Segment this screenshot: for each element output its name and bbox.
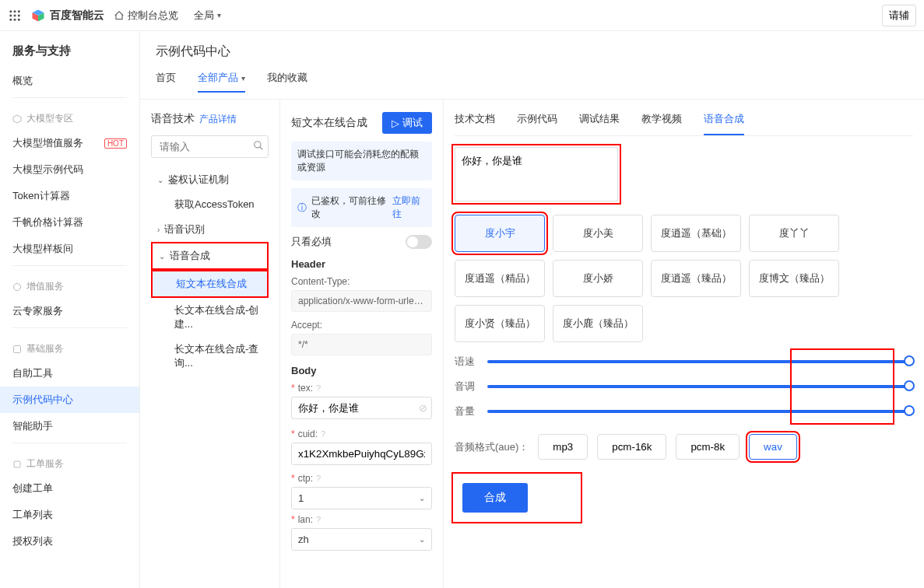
- main-tabs: 首页 全部产品▾ 我的收藏: [140, 66, 924, 100]
- panel-title: 短文本在线合成: [291, 116, 367, 130]
- synthesize-button[interactable]: 合成: [462, 483, 528, 513]
- tab-home[interactable]: 首页: [156, 66, 176, 93]
- sidebar-item-vas[interactable]: 大模型增值服务HOT: [0, 130, 139, 156]
- sidebar-item-ticket-create[interactable]: 创建工单: [0, 475, 139, 502]
- content-type-value: application/x-www-form-urlencoded: [291, 290, 432, 312]
- sidebar-item-assistant[interactable]: 智能助手: [0, 413, 139, 439]
- body-section: Body: [291, 365, 432, 376]
- play-icon: ▷: [392, 117, 399, 129]
- tree-node-tts[interactable]: ⌄语音合成: [153, 243, 267, 268]
- brand-text: 百度智能云: [50, 9, 104, 23]
- sidebar-item-overview[interactable]: 概览: [0, 68, 139, 94]
- console-link[interactable]: 控制台总览: [114, 9, 178, 23]
- sidebar-item-pricing[interactable]: 千帆价格计算器: [0, 209, 139, 236]
- search-icon[interactable]: [253, 140, 264, 153]
- svg-line-17: [260, 147, 263, 150]
- slider-thumb[interactable]: [904, 355, 915, 366]
- tree-node-auth[interactable]: ⌄鉴权认证机制: [151, 167, 269, 192]
- voice-card-1[interactable]: 度小美: [553, 215, 643, 252]
- svg-point-8: [18, 18, 20, 20]
- auth-link[interactable]: 立即前往: [392, 194, 426, 221]
- scope-selector[interactable]: 全局 ▾: [188, 7, 227, 24]
- svg-point-13: [14, 283, 21, 290]
- sidebar-item-expert[interactable]: 云专家服务: [0, 298, 139, 324]
- format-pcm16k[interactable]: pcm-16k: [597, 434, 666, 460]
- cuid-input[interactable]: [291, 443, 432, 465]
- clear-icon[interactable]: ⊘: [419, 402, 427, 414]
- lan-select[interactable]: zh⌄: [291, 528, 432, 551]
- request-panel: 短文本在线合成 ▷调试 调试接口可能会消耗您的配额或资源 ⓘ 已鉴权，可前往修改…: [280, 100, 444, 588]
- sidebar-item-ticket-auth[interactable]: 授权列表: [0, 528, 139, 555]
- svg-point-3: [9, 14, 12, 16]
- tree-search-input[interactable]: [151, 135, 269, 158]
- only-required-toggle[interactable]: [406, 235, 432, 249]
- voice-card-9[interactable]: 度小鹿（臻品）: [553, 305, 643, 342]
- sliders: 语速 音调 音量: [455, 355, 913, 418]
- sidebar-item-samplecode[interactable]: 大模型示例代码: [0, 156, 139, 183]
- subtab-tts[interactable]: 语音合成: [704, 107, 744, 135]
- format-wav[interactable]: wav: [749, 434, 797, 460]
- slider-speed[interactable]: [487, 360, 913, 363]
- tree-node-asr[interactable]: ›语音识别: [151, 217, 269, 242]
- slider-thumb[interactable]: [904, 380, 915, 391]
- voice-card-7[interactable]: 度博文（臻品）: [749, 260, 839, 297]
- chevron-down-icon: ▾: [241, 74, 245, 82]
- svg-point-16: [255, 142, 261, 148]
- sidebar-item-ticket-list[interactable]: 工单列表: [0, 502, 139, 528]
- tex-input[interactable]: [291, 397, 432, 419]
- subtab-video[interactable]: 教学视频: [641, 107, 682, 135]
- svg-point-1: [14, 10, 16, 12]
- help-icon[interactable]: ?: [316, 383, 321, 393]
- svg-point-0: [9, 10, 12, 12]
- sidebar: 服务与支持 概览 大模型专区 大模型增值服务HOT 大模型示例代码 Token计…: [0, 31, 140, 588]
- sidebar-item-templates[interactable]: 大模型样板间: [0, 236, 139, 262]
- sub-tabs: 技术文档 示例代码 调试结果 教学视频 语音合成: [455, 107, 913, 136]
- format-label: 音频格式(aue)：: [455, 440, 529, 454]
- subtab-sample[interactable]: 示例代码: [517, 107, 557, 135]
- voice-card-3[interactable]: 度丫丫: [749, 215, 839, 252]
- slider-pitch[interactable]: [487, 385, 913, 388]
- sidebar-section-bigmodel: 大模型专区: [0, 101, 139, 130]
- product-detail-link[interactable]: 产品详情: [199, 113, 237, 126]
- apps-icon[interactable]: [8, 9, 22, 23]
- voice-card-5[interactable]: 度小娇: [553, 260, 643, 297]
- subtab-result[interactable]: 调试结果: [579, 107, 620, 135]
- slider-volume[interactable]: [487, 410, 913, 413]
- subtab-docs[interactable]: 技术文档: [455, 107, 495, 135]
- tab-favorites[interactable]: 我的收藏: [267, 66, 307, 93]
- tree-leaf-token[interactable]: 获取AccessToken: [151, 192, 269, 217]
- tab-all-products[interactable]: 全部产品▾: [198, 66, 245, 93]
- format-pcm8k[interactable]: pcm-8k: [676, 434, 740, 460]
- voice-card-0[interactable]: 度小宇: [455, 215, 545, 252]
- product-tree: 语音技术 产品详情 ⌄鉴权认证机制 获取AccessToken ›语音识别 ⌄语…: [140, 100, 280, 588]
- format-mp3[interactable]: mp3: [538, 434, 588, 460]
- tree-leaf-short-tts[interactable]: 短文本在线合成: [153, 271, 267, 296]
- tree-leaf-long-query[interactable]: 长文本在线合成-查询...: [151, 337, 269, 376]
- main: 示例代码中心 首页 全部产品▾ 我的收藏 语音技术 产品详情 ⌄鉴权认证机制 获…: [140, 31, 924, 588]
- sidebar-item-token[interactable]: Token计算器: [0, 183, 139, 209]
- header-section: Header: [291, 258, 432, 270]
- sidebar-item-selftools[interactable]: 自助工具: [0, 360, 139, 387]
- only-required-label: 只看必填: [291, 235, 332, 249]
- help-icon[interactable]: ?: [321, 429, 325, 439]
- tree-leaf-long-create[interactable]: 长文本在线合成-创建...: [151, 298, 269, 337]
- brand-logo[interactable]: 百度智能云: [31, 9, 104, 23]
- hot-badge: HOT: [104, 138, 127, 149]
- top-right-button[interactable]: 请辅: [882, 5, 916, 26]
- voice-card-4[interactable]: 度逍遥（精品）: [455, 260, 545, 297]
- voice-card-2[interactable]: 度逍遥（基础）: [651, 215, 741, 252]
- ctp-select[interactable]: 1⌄: [291, 487, 432, 509]
- sidebar-item-codecenter[interactable]: 示例代码中心: [0, 387, 139, 413]
- help-icon[interactable]: ?: [316, 515, 321, 524]
- voice-card-8[interactable]: 度小贤（臻品）: [455, 305, 545, 342]
- tts-text-input[interactable]: [455, 147, 618, 201]
- voice-card-6[interactable]: 度逍遥（臻品）: [651, 260, 741, 297]
- slider-thumb[interactable]: [904, 405, 915, 416]
- svg-point-5: [18, 14, 20, 16]
- debug-button[interactable]: ▷调试: [382, 112, 432, 134]
- help-icon[interactable]: ?: [316, 474, 321, 483]
- top-bar: 百度智能云 控制台总览 全局 ▾ 请辅: [0, 0, 924, 31]
- chevron-down-icon: ⌄: [157, 176, 163, 184]
- auth-status: ⓘ 已鉴权，可前往修改 立即前往: [291, 188, 432, 227]
- slider-speed-label: 语速: [455, 355, 478, 369]
